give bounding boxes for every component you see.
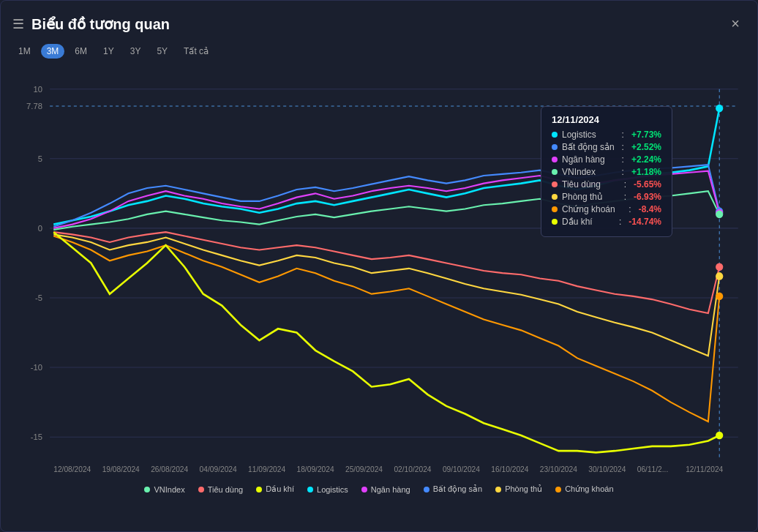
close-button[interactable]: × — [725, 12, 746, 35]
filter-6m[interactable]: 6M — [69, 44, 93, 59]
legend-dot-tieudung — [198, 487, 204, 492]
title-area: ☰ Biểu đồ tương quan — [12, 15, 170, 33]
svg-text:16/10/2024: 16/10/2024 — [491, 465, 528, 473]
svg-text:7.78: 7.78 — [26, 102, 42, 110]
legend-dot-batdongsan — [424, 487, 429, 492]
svg-text:19/08/2024: 19/08/2024 — [102, 465, 140, 473]
filter-3m[interactable]: 3M — [41, 44, 65, 59]
legend-dot-nganhang — [361, 487, 367, 492]
svg-text:5: 5 — [38, 154, 42, 163]
svg-text:26/08/2024: 26/08/2024 — [151, 465, 188, 473]
svg-text:04/09/2024: 04/09/2024 — [200, 465, 237, 473]
legend-label-tieudung: Tiêu dùng — [208, 485, 244, 494]
filter-1y[interactable]: 1Y — [97, 44, 120, 59]
svg-text:0: 0 — [38, 224, 42, 233]
svg-text:18/09/2024: 18/09/2024 — [297, 465, 334, 473]
svg-point-33 — [716, 263, 723, 271]
legend-label-daukhi: Dầu khí — [266, 484, 294, 494]
modal-container: ☰ Biểu đồ tương quan × 1M 3M 6M 1Y 3Y 5Y… — [0, 0, 758, 532]
legend-item-tieudung: Tiêu dùng — [198, 485, 244, 494]
svg-point-36 — [716, 432, 723, 440]
chart-svg: 10 5 0 -5 -10 -15 7.78 12/08/2024 19/08/… — [12, 66, 746, 476]
filter-3y[interactable]: 3Y — [124, 44, 147, 59]
svg-text:30/10/2024: 30/10/2024 — [588, 465, 626, 473]
svg-text:11/09/2024: 11/09/2024 — [248, 465, 285, 473]
legend-area: VNIndex Tiêu dùng Dầu khí Logistics Ngân… — [12, 480, 746, 498]
svg-text:12/08/2024: 12/08/2024 — [53, 465, 91, 473]
legend-dot-chungkhoan — [555, 487, 561, 492]
legend-item-batdongsan: Bất động sản — [424, 484, 482, 494]
list-icon: ☰ — [12, 16, 24, 32]
legend-label-chungkhoan: Chứng khoán — [565, 484, 613, 494]
time-filter-bar: 1M 3M 6M 1Y 3Y 5Y Tất cả — [12, 44, 746, 59]
svg-text:-15: -15 — [31, 432, 42, 441]
svg-text:25/09/2024: 25/09/2024 — [345, 465, 383, 473]
legend-dot-vnindex — [144, 487, 150, 492]
svg-text:09/10/2024: 09/10/2024 — [443, 465, 480, 473]
chart-area: 10 5 0 -5 -10 -15 7.78 12/08/2024 19/08/… — [12, 66, 746, 476]
svg-text:12/11/2024: 12/11/2024 — [686, 465, 723, 473]
legend-label-batdongsan: Bất động sản — [433, 484, 482, 494]
modal-title: Biểu đồ tương quan — [31, 15, 170, 33]
svg-text:02/10/2024: 02/10/2024 — [394, 465, 431, 473]
legend-label-nganhang: Ngân hàng — [371, 485, 410, 494]
legend-label-logistics: Logistics — [317, 485, 348, 494]
legend-dot-logistics — [307, 487, 313, 492]
legend-item-nganhang: Ngân hàng — [361, 485, 410, 494]
svg-point-34 — [716, 272, 723, 280]
legend-label-phongthu: Phòng thủ — [505, 484, 542, 494]
legend-item-logistics: Logistics — [307, 485, 348, 494]
filter-1m[interactable]: 1M — [12, 44, 37, 59]
legend-item-chungkhoan: Chứng khoán — [555, 484, 613, 494]
filter-5y[interactable]: 5Y — [151, 44, 173, 59]
legend-dot-phongthu — [495, 487, 501, 492]
legend-item-daukhi: Dầu khí — [256, 484, 294, 494]
modal-header: ☰ Biểu đồ tương quan × — [12, 12, 746, 35]
legend-dot-daukhi — [256, 487, 262, 492]
legend-item-vnindex: VNIndex — [144, 485, 184, 494]
svg-text:06/11/2...: 06/11/2... — [637, 465, 669, 473]
filter-all[interactable]: Tất cả — [178, 44, 214, 59]
svg-text:10: 10 — [33, 85, 42, 94]
svg-text:23/10/2024: 23/10/2024 — [540, 465, 577, 473]
legend-label-vnindex: VNIndex — [154, 485, 184, 494]
svg-point-32 — [716, 211, 723, 219]
svg-text:-5: -5 — [35, 293, 42, 302]
svg-point-29 — [716, 105, 723, 113]
svg-text:-10: -10 — [31, 363, 42, 372]
legend-item-phongthu: Phòng thủ — [495, 484, 542, 494]
svg-point-35 — [716, 293, 723, 301]
